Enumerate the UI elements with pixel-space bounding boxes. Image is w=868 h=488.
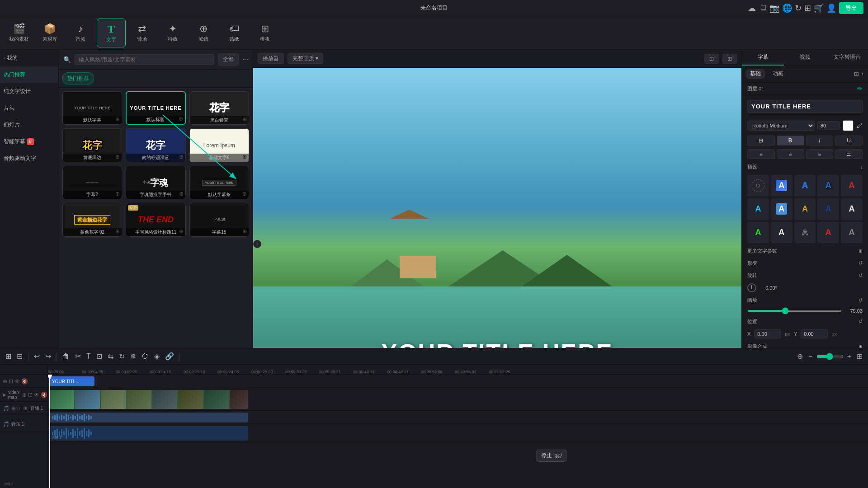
grid-icon[interactable]: ⊞ — [804, 3, 811, 13]
text-card-default-subtitle[interactable]: YOUR TITLE HERE ⊕ 默认字幕 — [62, 91, 122, 125]
track-icon-v-eye[interactable]: 👁 — [34, 392, 39, 398]
left-menu-opener[interactable]: 片头 — [0, 100, 58, 117]
preview-options-1[interactable]: ⊡ — [704, 54, 719, 64]
text-preview-field[interactable]: YOUR TITLE HERE — [747, 100, 863, 113]
format-align-v[interactable]: ⊟ — [747, 136, 775, 145]
preset-cyan[interactable]: A — [747, 198, 769, 220]
tl-speed-btn[interactable]: ⏱ — [140, 352, 151, 361]
tl-mirror-btn[interactable]: ⇆ — [106, 351, 115, 361]
audio-clip[interactable] — [49, 413, 248, 422]
right-tab-video[interactable]: 视频 — [784, 50, 826, 66]
text-card-yellow-black[interactable]: 花字 ⊕ 黄底黑边 — [62, 128, 122, 162]
tl-cut-btn[interactable]: ✂ — [73, 351, 83, 361]
position-reset-icon[interactable]: ↺ — [859, 319, 863, 324]
track-icon-v-lock[interactable]: ⊡ — [28, 392, 33, 398]
tl-rotate-btn[interactable]: ↻ — [117, 351, 127, 361]
more-button[interactable]: ··· — [242, 56, 248, 64]
tl-undo-btn[interactable]: ↩ — [32, 351, 42, 361]
format-italic[interactable]: I — [806, 136, 834, 145]
monitor-icon[interactable]: 🖥 — [759, 3, 767, 13]
text-card-the-end[interactable]: VIP THE END ⊕ 手写风格设计标题11 — [126, 203, 185, 236]
font-selector[interactable]: Roboto Medium — [747, 121, 815, 131]
tool-my-assets[interactable]: 🎬 我的素材 — [5, 19, 33, 47]
track-icon-a1-1[interactable]: ⊕ — [11, 405, 16, 412]
preset-red[interactable]: A — [841, 175, 863, 197]
preset-plain[interactable]: ○ — [747, 175, 769, 197]
photo-icon[interactable]: 📷 — [769, 3, 779, 13]
tl-text-btn[interactable]: T — [85, 352, 93, 361]
align-center[interactable]: ≡ — [777, 149, 804, 159]
track-icon-mute[interactable]: 🔇 — [21, 378, 28, 385]
text-card-subtitle-bar[interactable]: YOUR TITLE HERE ⊕ 默认字幕条 — [189, 166, 249, 199]
track-icon-a1-2[interactable]: ⊡ — [17, 405, 22, 412]
preset-dark2[interactable]: A — [841, 222, 863, 244]
text-card-subtitle2[interactable]: — — — ⊕ 字幕2 — [62, 166, 122, 199]
text-card-hollow[interactable]: 花字 ⊕ 黑白镂空 — [189, 91, 249, 125]
text-card-subtitle15[interactable]: 字幕15 ⊕ 字幕15 — [189, 203, 249, 236]
align-right[interactable]: ≡ — [806, 149, 834, 159]
left-menu-slideshow[interactable]: 幻灯片 — [0, 117, 58, 133]
right-tab-caption[interactable]: 字幕 — [742, 50, 784, 66]
person-icon[interactable]: 👤 — [826, 3, 836, 13]
player-button[interactable]: 播放器 — [258, 53, 284, 64]
cloud-icon[interactable]: ☁ — [748, 3, 756, 13]
globe-icon[interactable]: 🌐 — [782, 3, 792, 13]
scale-reset-icon[interactable]: ↺ — [859, 297, 863, 303]
search-input[interactable] — [75, 54, 214, 65]
tl-zoom-out-btn[interactable]: − — [807, 352, 814, 361]
format-bold[interactable]: B — [777, 136, 804, 145]
align-left[interactable]: ≡ — [747, 149, 775, 159]
tl-view-btn[interactable]: ⊞ — [855, 351, 864, 361]
preset-blue-shadow[interactable]: A — [817, 175, 839, 197]
preset-blue2[interactable]: A — [771, 198, 793, 220]
track-icon-v-magnet[interactable]: ⊕ — [22, 392, 27, 398]
text-card-yellow-fancy[interactable]: 黄金描边花字 ⊕ 黄色花字 02 — [62, 203, 122, 236]
track-icon-magnet[interactable]: ⊕ — [3, 378, 7, 385]
scale-slider[interactable] — [747, 310, 842, 312]
tl-delete-btn[interactable]: 🗑 — [61, 352, 71, 361]
left-menu-hot[interactable]: 热门推荐 — [0, 66, 58, 83]
preset-outline2[interactable]: A — [794, 222, 816, 244]
preset-blue-outline[interactable]: A — [794, 175, 816, 197]
preset-dark-blue[interactable]: A — [817, 198, 839, 220]
left-menu-audio-text[interactable]: 音频驱动文字 — [0, 150, 58, 167]
text-card-lorem[interactable]: Lorem Ipsum ⊕ 基础文字6 — [189, 128, 249, 162]
tl-grid-btn[interactable]: ⊞ — [4, 351, 13, 361]
preset-gold[interactable]: A — [794, 198, 816, 220]
text-clip[interactable]: YOUR TITL... — [49, 376, 94, 386]
right-subtab-basic[interactable]: 基础 — [745, 69, 765, 79]
tl-link-btn[interactable]: 🔗 — [163, 351, 176, 361]
tl-redo-btn[interactable]: ↪ — [43, 351, 53, 361]
rotation-dial[interactable] — [747, 283, 756, 292]
tab-hot[interactable]: 热门推荐 — [62, 72, 94, 84]
filter-button[interactable]: 全部 — [218, 53, 239, 66]
align-justify[interactable]: ☰ — [835, 149, 863, 159]
font-color-box[interactable] — [843, 120, 854, 131]
right-subtab-anim[interactable]: 动画 — [768, 69, 788, 79]
text-card-default-title[interactable]: YOUR TITLE HERE ⊕ 默认标题 — [126, 91, 185, 125]
subtitle-add-btn[interactable]: + — [861, 70, 864, 77]
color-picker-icon[interactable]: 🖊 — [856, 122, 863, 129]
y-input[interactable] — [801, 329, 828, 338]
quality-button[interactable]: 完整画质 ▾ — [288, 53, 323, 64]
format-underline[interactable]: U — [835, 136, 863, 145]
text-card-deep-blue[interactable]: 花字 ⊕ 简约标题深蓝 — [126, 128, 185, 162]
track-icon-v-mute[interactable]: 🔇 — [41, 392, 47, 398]
music-clip[interactable]: AM 1 — [49, 426, 248, 441]
collapse-panel-button[interactable]: ‹ — [253, 240, 261, 248]
track-icon-lock[interactable]: ⊡ — [9, 378, 13, 385]
tool-templates[interactable]: ⊞ 模板 — [250, 19, 279, 47]
cart-icon[interactable]: 🛒 — [814, 3, 824, 13]
right-tab-tts[interactable]: 文字转语音 — [826, 50, 868, 66]
tool-transition[interactable]: ⇄ 转场 — [127, 19, 156, 47]
tool-assets[interactable]: 📦 素材库 — [35, 19, 64, 47]
tl-add-track-btn[interactable]: ⊕ — [795, 351, 805, 361]
preset-expand-icon[interactable]: › — [861, 164, 863, 170]
video-clip[interactable] — [49, 390, 248, 409]
rotation-reset-icon[interactable]: ↺ — [859, 272, 863, 278]
text-card-calligraphy[interactable]: 字魂 字魂 ⊕ 字魂通汉字手书 — [126, 166, 185, 199]
font-size-input[interactable] — [817, 121, 840, 130]
tool-effects[interactable]: ✦ 特效 — [158, 19, 187, 47]
preset-white2[interactable]: A — [771, 222, 793, 244]
more-params-expand[interactable]: ⊕ — [859, 248, 863, 254]
